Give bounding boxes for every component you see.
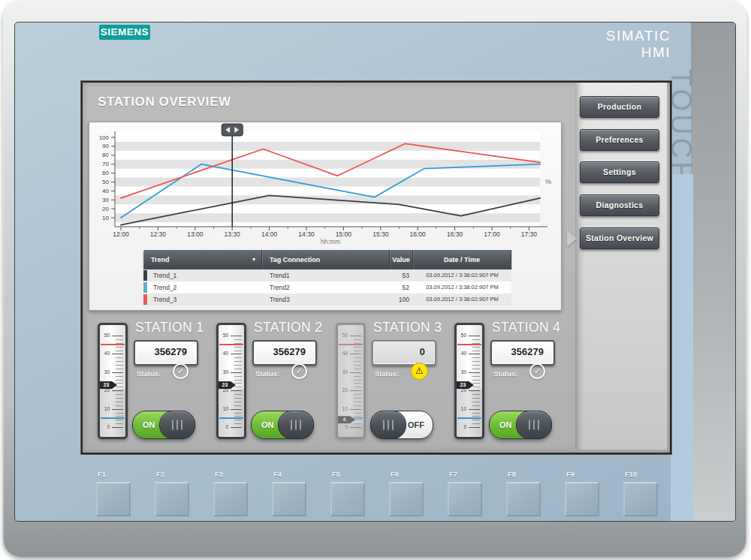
chart-cursor-handle[interactable] [222, 124, 243, 136]
station-1-power-toggle[interactable]: ON [132, 411, 195, 439]
svg-text:30: 30 [102, 197, 109, 203]
station-2-slider-thumb[interactable]: 23 [219, 381, 236, 389]
svg-text:12:30: 12:30 [150, 230, 167, 238]
station-4-status-check-icon: ✓ [529, 363, 545, 379]
svg-text:100: 100 [99, 134, 110, 141]
cell-value: 52 [390, 282, 413, 294]
fkey-f6[interactable] [389, 482, 424, 516]
fkey-label-f6: F6 [391, 470, 399, 478]
menu-button-diagnostics[interactable]: Diagnostics [580, 194, 659, 216]
svg-text:%: % [545, 178, 551, 185]
cell-value: 53 [390, 269, 413, 282]
table-row-trend-2[interactable]: Trend_2Trend25203.09.2012 / 3:38:02:907 … [143, 282, 511, 294]
station-2-power-toggle[interactable]: ON [251, 411, 314, 439]
svg-text:15:00: 15:00 [336, 230, 352, 238]
fkey-f5[interactable] [330, 482, 365, 516]
toggle-state-label: OFF [408, 411, 424, 438]
cell-trend: Trend_1 [143, 269, 262, 282]
cell-trend: Trend_3 [143, 294, 262, 306]
station-3-status-warning-icon: ⚠ [411, 363, 428, 380]
cell-tag-connection: Trend1 [262, 269, 390, 282]
station-1-status-label: Status: [137, 369, 161, 378]
station-1-slider-thumb[interactable]: 23 [100, 381, 117, 389]
svg-text:10: 10 [102, 215, 109, 221]
slider-fill [457, 389, 482, 437]
station-1-panel: 01020304050 23 STATION 1 356279 Status: … [98, 317, 218, 450]
svg-text:40: 40 [102, 188, 109, 194]
high-limit-mark [101, 344, 125, 345]
trend-chart-panel: 10203040506070809010012:0012:3013:0013:3… [89, 122, 562, 311]
fkey-f8[interactable] [506, 482, 541, 516]
fkey-label-f4: F4 [273, 470, 282, 478]
trend-color-chip [143, 270, 147, 281]
station-4-status-label: Status: [493, 369, 517, 378]
fkey-f3[interactable] [213, 482, 248, 516]
fkey-f10[interactable] [623, 482, 658, 516]
station-3-title: STATION 3 [373, 320, 463, 336]
svg-text:hh:mm: hh:mm [321, 238, 340, 245]
station-4-slider[interactable]: 01020304050 23 [454, 323, 484, 439]
column-header-date-time[interactable]: Date / Time [413, 250, 511, 269]
svg-text:12:00: 12:00 [113, 230, 129, 238]
toggle-knob[interactable] [278, 411, 314, 439]
column-header-tag-connection[interactable]: Tag Connection [262, 250, 390, 269]
menu-button-preferences[interactable]: Preferences [580, 129, 659, 151]
menu-button-settings[interactable]: Settings [580, 161, 659, 183]
toggle-knob[interactable] [516, 411, 552, 439]
fkey-f1[interactable] [96, 482, 131, 516]
toggle-state-label: ON [143, 411, 155, 438]
cell-trend: Trend_2 [143, 282, 262, 294]
fkey-f7[interactable] [448, 482, 482, 516]
column-header-trend[interactable]: Trend▾ [143, 250, 262, 269]
cell-tag-connection: Trend2 [262, 282, 390, 294]
table-header: Trend▾Tag ConnectionValueDate / Time [143, 250, 511, 269]
station-2-title: STATION 2 [254, 320, 344, 336]
fkey-label-f10: F10 [625, 470, 637, 478]
slider-fill [338, 423, 363, 437]
fkey-label-f7: F7 [449, 470, 457, 478]
station-2-slider[interactable]: 01020304050 23 [216, 323, 246, 439]
station-4-slider-thumb[interactable]: 23 [457, 381, 474, 389]
station-1-value-display: 356279 [134, 340, 198, 366]
fkey-label-f1: F1 [98, 470, 106, 478]
svg-text:14:30: 14:30 [298, 230, 315, 238]
toggle-knob[interactable] [159, 411, 195, 439]
station-4-value-display: 356279 [490, 340, 555, 366]
svg-text:17:00: 17:00 [484, 230, 500, 238]
station-1-title: STATION 1 [135, 320, 225, 336]
station-2-status-label: Status: [255, 369, 279, 378]
station-3-value-display: 0 [372, 340, 436, 366]
trend-color-chip [143, 294, 147, 305]
hmi-device-frame: TOUCH SIEMENS SIMATIC HMI ProductionPref… [3, 2, 746, 558]
table-row-trend-3[interactable]: Trend_3Trend310003.09.2012 / 3:38:02:907… [143, 294, 511, 306]
fkey-f4[interactable] [272, 482, 306, 516]
cell-datetime: 03.09.2012 / 3:38:02:907 PM [413, 294, 511, 306]
table-row-trend-1[interactable]: Trend_1Trend15303.09.2012 / 3:38:02:907 … [143, 269, 511, 282]
fkey-f9[interactable] [565, 482, 599, 516]
column-header-value[interactable]: Value [390, 250, 413, 269]
fkey-label-f5: F5 [332, 470, 340, 478]
toggle-knob[interactable] [370, 411, 406, 439]
trend-chart: 10203040506070809010012:0012:3013:0013:3… [89, 122, 561, 251]
slider-fill [219, 389, 244, 437]
page-title: STATION OVERVIEW [98, 95, 231, 110]
station-3-power-toggle[interactable]: OFF [370, 411, 433, 439]
cell-datetime: 03.09.2012 / 3:38:02:907 PM [413, 282, 511, 294]
svg-text:50: 50 [102, 179, 109, 185]
svg-text:13:30: 13:30 [225, 230, 241, 238]
station-1-slider[interactable]: 01020304050 23 [98, 323, 128, 439]
station-3-panel: 01020304050 4 STATION 3 0 Status: ⚠ OFF [336, 317, 456, 450]
svg-text:20: 20 [102, 206, 109, 212]
svg-text:17:30: 17:30 [521, 230, 538, 238]
trend-table: Trend▾Tag ConnectionValueDate / TimeTren… [143, 250, 511, 306]
menu-button-station-overview[interactable]: Station Overview [580, 227, 659, 249]
svg-text:15:30: 15:30 [372, 230, 389, 238]
menu-button-production[interactable]: Production [580, 96, 659, 118]
slider-fill [100, 389, 125, 437]
svg-text:16:30: 16:30 [447, 230, 463, 238]
station-3-slider[interactable]: 01020304050 4 [336, 323, 366, 439]
fkey-f2[interactable] [155, 482, 189, 516]
hmi-screen: ProductionPreferencesSettingsDiagnostics… [81, 81, 671, 454]
station-4-title: STATION 4 [492, 320, 582, 336]
station-4-power-toggle[interactable]: ON [489, 411, 552, 439]
